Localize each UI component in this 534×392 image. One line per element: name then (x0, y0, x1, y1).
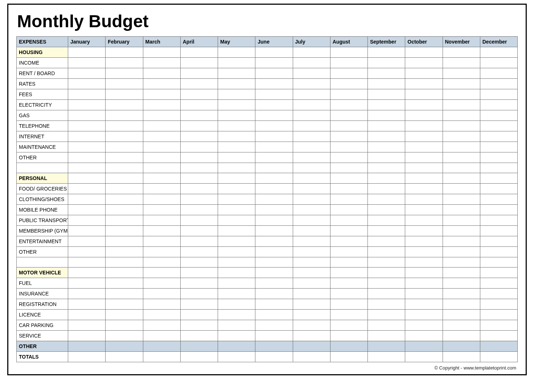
cell (405, 310, 443, 320)
row-label: CAR PARKING (17, 320, 68, 331)
cell (293, 47, 330, 58)
cell (405, 331, 443, 341)
cell (293, 352, 330, 362)
cell (255, 173, 293, 184)
cell (180, 278, 218, 289)
table-row: REGISTRATION (17, 299, 518, 310)
cell (218, 68, 255, 79)
cell (443, 47, 480, 58)
cell (143, 257, 180, 268)
cell (180, 257, 218, 268)
cell (330, 226, 367, 236)
cell (143, 58, 180, 68)
table-row: ENTERTAINMENT (17, 236, 518, 247)
cell (180, 320, 218, 331)
cell (330, 268, 367, 278)
cell (443, 142, 480, 152)
cell (68, 331, 106, 341)
cell (443, 341, 480, 352)
cell (293, 58, 330, 68)
table-row: OTHER (17, 247, 518, 257)
cell (443, 163, 480, 173)
cell (405, 58, 443, 68)
row-label: OTHER (17, 247, 68, 257)
cell (68, 289, 106, 299)
cell (480, 89, 517, 100)
cell (106, 68, 143, 79)
cell (68, 320, 106, 331)
row-label: INSURANCE (17, 289, 68, 299)
cell (255, 320, 293, 331)
cell (480, 236, 517, 247)
cell (480, 152, 517, 163)
cell (68, 268, 106, 278)
cell (293, 331, 330, 341)
cell (330, 289, 367, 299)
header-expenses: EXPENSES (17, 37, 68, 47)
cell (218, 100, 255, 110)
row-label: FEES (17, 89, 68, 100)
header-month: December (480, 37, 517, 47)
cell (293, 142, 330, 152)
cell (106, 289, 143, 299)
cell (368, 100, 405, 110)
cell (68, 100, 106, 110)
cell (143, 89, 180, 100)
cell (106, 173, 143, 184)
cell (143, 352, 180, 362)
cell (368, 341, 405, 352)
cell (218, 226, 255, 236)
cell (368, 205, 405, 215)
cell (180, 310, 218, 320)
cell (218, 163, 255, 173)
cell (255, 352, 293, 362)
cell (255, 58, 293, 68)
cell (293, 152, 330, 163)
header-month: October (405, 37, 443, 47)
cell (255, 131, 293, 142)
cell (443, 89, 480, 100)
cell (143, 310, 180, 320)
cell (405, 236, 443, 247)
cell (180, 341, 218, 352)
header-month: January (68, 37, 106, 47)
header-month: September (368, 37, 405, 47)
cell (143, 79, 180, 89)
row-label: MOBILE PHONE (17, 205, 68, 215)
cell (443, 205, 480, 215)
cell (368, 163, 405, 173)
cell (180, 89, 218, 100)
cell (68, 278, 106, 289)
table-row: INCOME (17, 58, 518, 68)
cell (330, 142, 367, 152)
cell (255, 247, 293, 257)
cell (443, 184, 480, 194)
cell (143, 320, 180, 331)
header-month: November (443, 37, 480, 47)
cell (218, 299, 255, 310)
cell (480, 121, 517, 131)
row-label: TELEPHONE (17, 121, 68, 131)
cell (443, 278, 480, 289)
cell (443, 79, 480, 89)
cell (480, 226, 517, 236)
cell (143, 184, 180, 194)
cell (443, 121, 480, 131)
spacer-row (17, 163, 518, 173)
cell (255, 205, 293, 215)
cell (106, 184, 143, 194)
cell (330, 341, 367, 352)
cell (480, 247, 517, 257)
cell (330, 110, 367, 121)
row-label: PUBLIC TRANSPORT (17, 215, 68, 226)
cell (143, 341, 180, 352)
table-head: EXPENSES January February March April Ma… (17, 37, 518, 47)
cell (180, 299, 218, 310)
cell (443, 100, 480, 110)
cell (106, 47, 143, 58)
cell (330, 236, 367, 247)
cell (255, 110, 293, 121)
table-row: MAINTENANCE (17, 142, 518, 152)
cell (330, 320, 367, 331)
cell (405, 278, 443, 289)
